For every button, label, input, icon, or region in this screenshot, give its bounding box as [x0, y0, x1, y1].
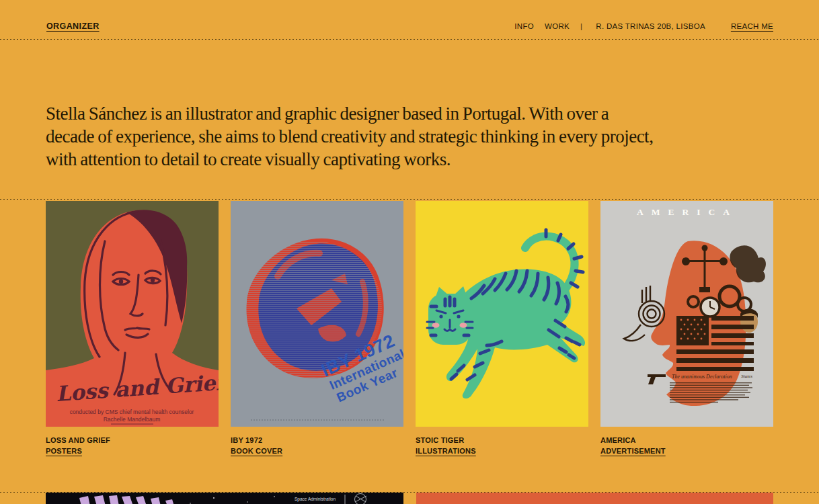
- space-poster-image[interactable]: Space Administration: [46, 493, 403, 504]
- project-card-iby-1972: IBY 1972 International Book Year IBY 197…: [231, 201, 403, 456]
- poster-subline1: conducted by CMS chief mental health cou…: [70, 409, 194, 415]
- project-caption: LOSS AND GRIEF POSTERS: [46, 436, 219, 456]
- header-nav: INFO WORK | R. DAS TRINAS 20B, LISBOA RE…: [514, 22, 773, 30]
- project-title: AMERICA: [600, 436, 773, 445]
- america-poster-image[interactable]: AMERICA: [600, 201, 773, 427]
- project-category-link[interactable]: ADVERTISEMENT: [600, 447, 773, 456]
- project-title: LOSS AND GRIEF: [46, 436, 219, 445]
- address-text: R. DAS TRINAS 20B, LISBOA: [596, 22, 705, 30]
- declaration-headline: The unanimous Declaration: [672, 374, 732, 380]
- project-category-link[interactable]: BOOK COVER: [231, 447, 403, 456]
- orange-poster-top-edge: [416, 493, 773, 504]
- project-category-link[interactable]: ILLUSTRATIONS: [416, 447, 588, 456]
- portfolio-page: ORGANIZER INFO WORK | R. DAS TRINAS 20B,…: [0, 0, 819, 504]
- poster-subline2: Rachelle Mandelbaum: [104, 416, 161, 423]
- loss-and-grief-illustration: Loss and Grief conducted by CMS chief me…: [46, 201, 219, 427]
- space-poster-top-edge: Space Administration: [46, 493, 403, 504]
- iby-1972-illustration: IBY 1972 International Book Year: [231, 201, 403, 427]
- intro-paragraph: Stella Sánchez is an illustrator and gra…: [46, 102, 773, 171]
- iby-1972-poster-image[interactable]: IBY 1972 International Book Year: [231, 201, 403, 427]
- orange-poster-image[interactable]: [416, 493, 773, 504]
- project-caption: STOIC TIGER ILLUSTRATIONS: [416, 436, 588, 456]
- america-illustration: AMERICA: [600, 201, 773, 427]
- project-title: IBY 1972: [231, 436, 403, 445]
- project-card-stoic-tiger: STOIC TIGER ILLUSTRATIONS: [416, 201, 588, 456]
- nav-item-work[interactable]: WORK: [545, 22, 570, 30]
- project-category-link[interactable]: POSTERS: [46, 447, 219, 456]
- project-title: STOIC TIGER: [416, 436, 588, 445]
- reach-me-link[interactable]: REACH ME: [731, 22, 773, 30]
- stoic-tiger-illustration: [416, 201, 588, 427]
- project-caption: AMERICA ADVERTISEMENT: [600, 436, 773, 456]
- next-row: Space Administration: [0, 493, 819, 504]
- nav-item-info[interactable]: INFO: [514, 22, 534, 30]
- intro-section: Stella Sánchez is an illustrator and gra…: [0, 40, 819, 199]
- nav-separator: |: [580, 22, 582, 30]
- header: ORGANIZER INFO WORK | R. DAS TRINAS 20B,…: [0, 0, 819, 39]
- project-card-loss-and-grief: Loss and Grief conducted by CMS chief me…: [46, 201, 219, 456]
- loss-and-grief-poster-image[interactable]: Loss and Grief conducted by CMS chief me…: [46, 201, 219, 427]
- declaration-headline-right: States: [741, 374, 752, 379]
- project-card-america: AMERICA: [600, 201, 773, 456]
- logo-link[interactable]: ORGANIZER: [46, 22, 100, 31]
- space-administration-credit: Space Administration: [295, 497, 336, 502]
- project-grid: Loss and Grief conducted by CMS chief me…: [46, 201, 773, 456]
- stoic-tiger-poster-image[interactable]: [416, 201, 588, 427]
- gallery-section: Loss and Grief conducted by CMS chief me…: [0, 200, 819, 492]
- project-caption: IBY 1972 BOOK COVER: [231, 436, 403, 456]
- america-poster-title: AMERICA: [637, 207, 738, 217]
